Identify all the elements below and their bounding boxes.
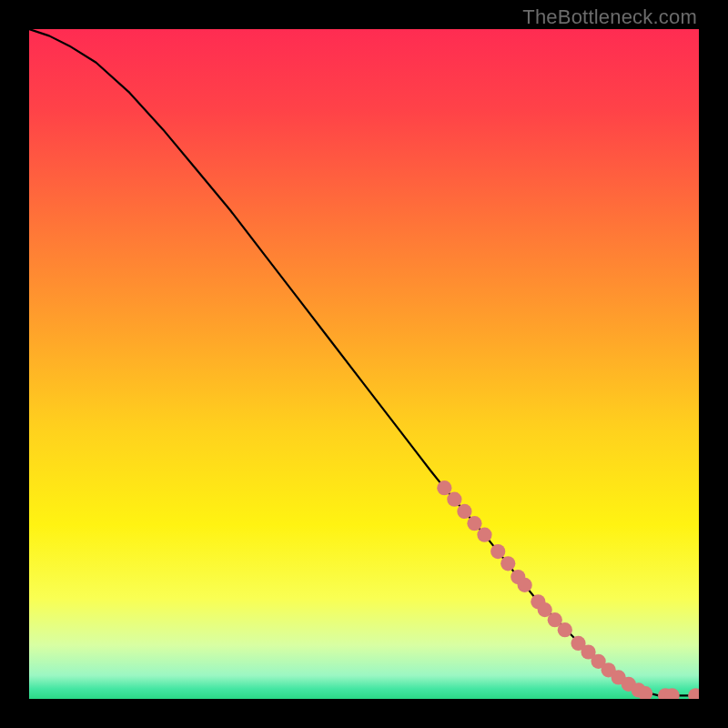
curve-marker [457, 504, 471, 519]
curve-marker [467, 516, 481, 531]
watermark-text: TheBottleneck.com [522, 5, 697, 29]
plot-area [29, 29, 699, 699]
curve-marker [500, 556, 515, 571]
gradient-background [29, 29, 699, 699]
curve-marker [447, 492, 461, 507]
chart-stage: TheBottleneck.com [0, 0, 728, 728]
curve-marker [477, 528, 491, 542]
curve-marker [518, 578, 532, 592]
bottleneck-chart [29, 29, 699, 699]
curve-marker [558, 622, 572, 637]
curve-marker [437, 480, 451, 495]
curve-marker [490, 544, 505, 559]
